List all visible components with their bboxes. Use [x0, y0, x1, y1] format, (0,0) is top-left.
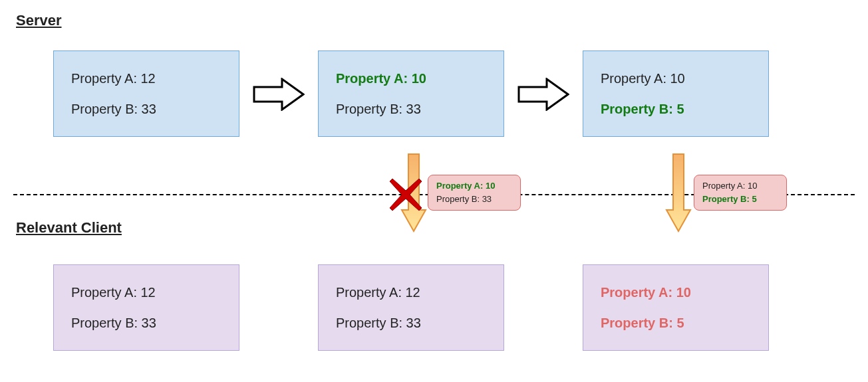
arrow-right-2 — [517, 78, 569, 111]
client3-propB: Property B: 5 — [601, 316, 755, 330]
server-state-3: Property A: 10 Property B: 5 — [583, 50, 769, 137]
server-state-2: Property A: 10 Property B: 33 — [318, 50, 504, 137]
client2-propB: Property B: 33 — [336, 316, 490, 330]
server2-propB: Property B: 33 — [336, 102, 490, 116]
server3-propA: Property A: 10 — [601, 71, 755, 86]
blocked-x-icon — [388, 177, 423, 212]
server1-propB: Property B: 33 — [71, 102, 225, 116]
server3-propB: Property B: 5 — [601, 102, 755, 116]
client-state-3: Property A: 10 Property B: 5 — [583, 264, 769, 351]
msg1-propA: Property A: 10 — [436, 179, 512, 193]
msg1-propB: Property B: 33 — [436, 193, 512, 206]
message-success: Property A: 10 Property B: 5 — [694, 175, 787, 211]
client1-propA: Property A: 12 — [71, 285, 225, 300]
server-state-1: Property A: 12 Property B: 33 — [53, 50, 239, 137]
message-blocked: Property A: 10 Property B: 33 — [428, 175, 521, 211]
server1-propA: Property A: 12 — [71, 71, 225, 86]
arrow-right-1 — [253, 78, 305, 111]
diagram-canvas: Server Relevant Client Property A: 12 Pr… — [0, 0, 868, 382]
heading-server: Server — [16, 12, 62, 29]
server2-propA: Property A: 10 — [336, 71, 490, 86]
arrow-down-success — [665, 153, 692, 233]
client-state-1: Property A: 12 Property B: 33 — [53, 264, 239, 351]
msg2-propB: Property B: 5 — [702, 193, 778, 206]
client-state-2: Property A: 12 Property B: 33 — [318, 264, 504, 351]
client2-propA: Property A: 12 — [336, 285, 490, 300]
client1-propB: Property B: 33 — [71, 316, 225, 330]
msg2-propA: Property A: 10 — [702, 179, 778, 193]
heading-client: Relevant Client — [16, 219, 122, 237]
client3-propA: Property A: 10 — [601, 285, 755, 300]
